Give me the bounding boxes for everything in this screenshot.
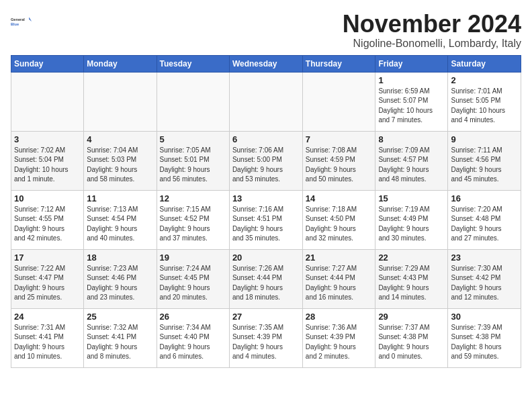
svg-text:Blue: Blue bbox=[11, 22, 19, 26]
day-number: 9 bbox=[451, 134, 518, 144]
calendar-cell: 20Sunrise: 7:26 AM Sunset: 4:44 PM Dayli… bbox=[229, 249, 302, 308]
day-number: 22 bbox=[378, 253, 445, 263]
day-info: Sunrise: 7:15 AM Sunset: 4:52 PM Dayligh… bbox=[160, 205, 226, 244]
day-info: Sunrise: 7:13 AM Sunset: 4:54 PM Dayligh… bbox=[87, 205, 153, 244]
day-info: Sunrise: 7:32 AM Sunset: 4:41 PM Dayligh… bbox=[87, 323, 153, 362]
day-number: 15 bbox=[378, 193, 445, 203]
calendar-cell: 24Sunrise: 7:31 AM Sunset: 4:41 PM Dayli… bbox=[11, 308, 84, 367]
day-number: 30 bbox=[451, 312, 518, 322]
day-info: Sunrise: 7:11 AM Sunset: 4:56 PM Dayligh… bbox=[451, 146, 518, 185]
calendar-cell bbox=[84, 72, 157, 131]
day-info: Sunrise: 7:02 AM Sunset: 5:04 PM Dayligh… bbox=[14, 146, 81, 185]
calendar-cell: 6Sunrise: 7:06 AM Sunset: 5:00 PM Daylig… bbox=[229, 131, 302, 190]
calendar-cell: 1Sunrise: 6:59 AM Sunset: 5:07 PM Daylig… bbox=[375, 72, 448, 131]
calendar-week-2: 10Sunrise: 7:12 AM Sunset: 4:55 PM Dayli… bbox=[11, 190, 521, 249]
day-number: 13 bbox=[232, 193, 300, 203]
calendar-cell: 5Sunrise: 7:05 AM Sunset: 5:01 PM Daylig… bbox=[157, 131, 229, 190]
calendar-cell: 17Sunrise: 7:22 AM Sunset: 4:47 PM Dayli… bbox=[11, 249, 84, 308]
day-number: 14 bbox=[306, 193, 373, 203]
day-info: Sunrise: 7:09 AM Sunset: 4:57 PM Dayligh… bbox=[378, 146, 445, 185]
day-info: Sunrise: 7:35 AM Sunset: 4:39 PM Dayligh… bbox=[232, 323, 300, 362]
header-row: Sunday Monday Tuesday Wednesday Thursday… bbox=[11, 55, 521, 72]
day-number: 25 bbox=[87, 312, 153, 322]
col-tuesday: Tuesday bbox=[157, 55, 229, 72]
calendar-cell: 7Sunrise: 7:08 AM Sunset: 4:59 PM Daylig… bbox=[302, 131, 375, 190]
calendar-cell: 13Sunrise: 7:16 AM Sunset: 4:51 PM Dayli… bbox=[229, 190, 302, 249]
day-info: Sunrise: 7:04 AM Sunset: 5:03 PM Dayligh… bbox=[87, 146, 153, 185]
day-info: Sunrise: 7:23 AM Sunset: 4:46 PM Dayligh… bbox=[87, 264, 153, 303]
calendar-cell: 19Sunrise: 7:24 AM Sunset: 4:45 PM Dayli… bbox=[157, 249, 229, 308]
day-info: Sunrise: 7:06 AM Sunset: 5:00 PM Dayligh… bbox=[232, 146, 300, 185]
title-area: November 2024 Nigoline-Bonomelli, Lombar… bbox=[343, 11, 521, 50]
calendar-cell: 30Sunrise: 7:39 AM Sunset: 4:38 PM Dayli… bbox=[448, 308, 521, 367]
day-number: 3 bbox=[14, 134, 81, 144]
calendar-cell: 22Sunrise: 7:29 AM Sunset: 4:43 PM Dayli… bbox=[375, 249, 448, 308]
day-info: Sunrise: 7:30 AM Sunset: 4:42 PM Dayligh… bbox=[451, 264, 518, 303]
calendar-cell bbox=[302, 72, 375, 131]
calendar-body: 1Sunrise: 6:59 AM Sunset: 5:07 PM Daylig… bbox=[11, 72, 521, 367]
calendar-cell: 21Sunrise: 7:27 AM Sunset: 4:44 PM Dayli… bbox=[302, 249, 375, 308]
day-number: 16 bbox=[451, 193, 518, 203]
day-info: Sunrise: 7:22 AM Sunset: 4:47 PM Dayligh… bbox=[14, 264, 81, 303]
calendar-cell: 25Sunrise: 7:32 AM Sunset: 4:41 PM Dayli… bbox=[84, 308, 157, 367]
day-info: Sunrise: 7:01 AM Sunset: 5:05 PM Dayligh… bbox=[451, 87, 518, 126]
calendar-cell: 8Sunrise: 7:09 AM Sunset: 4:57 PM Daylig… bbox=[375, 131, 448, 190]
day-number: 21 bbox=[306, 253, 373, 263]
calendar-cell: 11Sunrise: 7:13 AM Sunset: 4:54 PM Dayli… bbox=[84, 190, 157, 249]
calendar-cell: 2Sunrise: 7:01 AM Sunset: 5:05 PM Daylig… bbox=[448, 72, 521, 131]
day-number: 20 bbox=[232, 253, 300, 263]
day-info: Sunrise: 7:18 AM Sunset: 4:50 PM Dayligh… bbox=[306, 205, 373, 244]
calendar-cell: 14Sunrise: 7:18 AM Sunset: 4:50 PM Dayli… bbox=[302, 190, 375, 249]
day-info: Sunrise: 7:39 AM Sunset: 4:38 PM Dayligh… bbox=[451, 323, 518, 362]
day-number: 11 bbox=[87, 193, 153, 203]
calendar-cell: 9Sunrise: 7:11 AM Sunset: 4:56 PM Daylig… bbox=[448, 131, 521, 190]
calendar-cell: 16Sunrise: 7:20 AM Sunset: 4:48 PM Dayli… bbox=[448, 190, 521, 249]
day-number: 5 bbox=[160, 134, 226, 144]
calendar-cell: 29Sunrise: 7:37 AM Sunset: 4:38 PM Dayli… bbox=[375, 308, 448, 367]
day-number: 6 bbox=[232, 134, 300, 144]
col-wednesday: Wednesday bbox=[229, 55, 302, 72]
calendar-cell: 10Sunrise: 7:12 AM Sunset: 4:55 PM Dayli… bbox=[11, 190, 84, 249]
day-number: 12 bbox=[160, 193, 226, 203]
svg-marker-2 bbox=[29, 17, 32, 21]
day-number: 17 bbox=[14, 253, 81, 263]
day-info: Sunrise: 7:36 AM Sunset: 4:39 PM Dayligh… bbox=[306, 323, 373, 362]
day-number: 24 bbox=[14, 312, 81, 322]
calendar-cell: 4Sunrise: 7:04 AM Sunset: 5:03 PM Daylig… bbox=[84, 131, 157, 190]
day-info: Sunrise: 7:05 AM Sunset: 5:01 PM Dayligh… bbox=[160, 146, 226, 185]
calendar-cell: 18Sunrise: 7:23 AM Sunset: 4:46 PM Dayli… bbox=[84, 249, 157, 308]
day-number: 26 bbox=[160, 312, 226, 322]
day-number: 1 bbox=[378, 75, 445, 85]
day-number: 2 bbox=[451, 75, 518, 85]
calendar-week-4: 24Sunrise: 7:31 AM Sunset: 4:41 PM Dayli… bbox=[11, 308, 521, 367]
day-number: 18 bbox=[87, 253, 153, 263]
svg-text:General: General bbox=[11, 17, 25, 21]
calendar-table: Sunday Monday Tuesday Wednesday Thursday… bbox=[11, 55, 521, 368]
day-number: 28 bbox=[306, 312, 373, 322]
day-info: Sunrise: 7:08 AM Sunset: 4:59 PM Dayligh… bbox=[306, 146, 373, 185]
calendar-header: Sunday Monday Tuesday Wednesday Thursday… bbox=[11, 55, 521, 72]
col-friday: Friday bbox=[375, 55, 448, 72]
day-number: 8 bbox=[378, 134, 445, 144]
day-number: 4 bbox=[87, 134, 153, 144]
location-title: Nigoline-Bonomelli, Lombardy, Italy bbox=[343, 38, 521, 50]
day-info: Sunrise: 7:37 AM Sunset: 4:38 PM Dayligh… bbox=[378, 323, 445, 362]
logo: GeneralBlue General Blue bbox=[11, 11, 32, 32]
calendar-cell: 23Sunrise: 7:30 AM Sunset: 4:42 PM Dayli… bbox=[448, 249, 521, 308]
calendar-week-3: 17Sunrise: 7:22 AM Sunset: 4:47 PM Dayli… bbox=[11, 249, 521, 308]
header: GeneralBlue General Blue November 2024 N… bbox=[11, 11, 521, 50]
calendar-week-0: 1Sunrise: 6:59 AM Sunset: 5:07 PM Daylig… bbox=[11, 72, 521, 131]
calendar-cell: 12Sunrise: 7:15 AM Sunset: 4:52 PM Dayli… bbox=[157, 190, 229, 249]
col-monday: Monday bbox=[84, 55, 157, 72]
calendar-week-1: 3Sunrise: 7:02 AM Sunset: 5:04 PM Daylig… bbox=[11, 131, 521, 190]
day-info: Sunrise: 7:12 AM Sunset: 4:55 PM Dayligh… bbox=[14, 205, 81, 244]
day-number: 19 bbox=[160, 253, 226, 263]
day-info: Sunrise: 7:34 AM Sunset: 4:40 PM Dayligh… bbox=[160, 323, 226, 362]
day-info: Sunrise: 7:26 AM Sunset: 4:44 PM Dayligh… bbox=[232, 264, 300, 303]
col-thursday: Thursday bbox=[302, 55, 375, 72]
month-title: November 2024 bbox=[343, 11, 521, 38]
calendar-cell bbox=[157, 72, 229, 131]
calendar-cell: 26Sunrise: 7:34 AM Sunset: 4:40 PM Dayli… bbox=[157, 308, 229, 367]
col-sunday: Sunday bbox=[11, 55, 84, 72]
calendar-cell: 15Sunrise: 7:19 AM Sunset: 4:49 PM Dayli… bbox=[375, 190, 448, 249]
